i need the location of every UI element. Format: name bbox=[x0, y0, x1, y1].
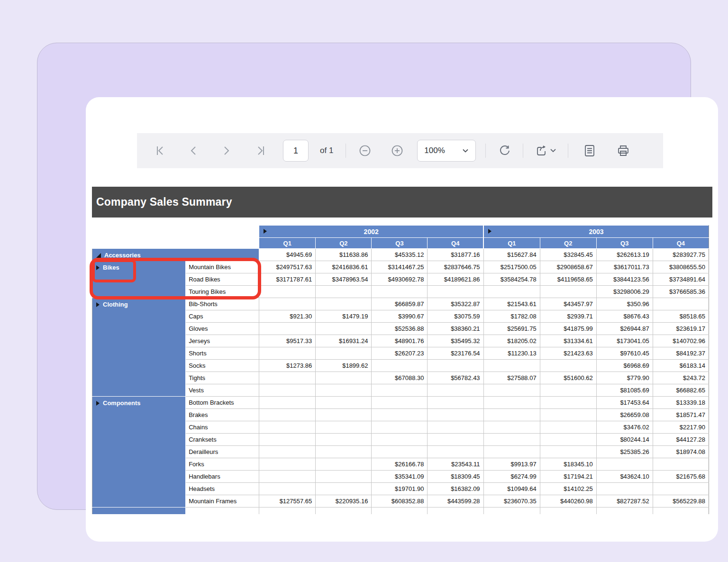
data-cell: $35322.87 bbox=[428, 298, 483, 310]
data-cell: $3766585.36 bbox=[653, 286, 709, 298]
collapse-icon[interactable] bbox=[96, 253, 101, 258]
next-page-icon bbox=[221, 145, 232, 157]
next-page-button[interactable] bbox=[221, 145, 232, 157]
data-cell: $283927.75 bbox=[653, 249, 709, 261]
data-cell: $3617011.73 bbox=[596, 261, 653, 273]
export-button[interactable] bbox=[536, 144, 557, 157]
year-expander-icon[interactable] bbox=[488, 229, 491, 234]
data-cell bbox=[428, 397, 483, 409]
data-cell: $3171787.61 bbox=[259, 273, 316, 286]
data-cell bbox=[483, 286, 540, 298]
zoom-in-button[interactable] bbox=[391, 144, 404, 157]
data-cell bbox=[483, 360, 540, 372]
expand-icon[interactable] bbox=[96, 265, 100, 270]
subcategory-cell: Tights bbox=[186, 372, 259, 384]
data-cell bbox=[259, 397, 316, 409]
data-cell: $97610.45 bbox=[596, 347, 653, 360]
document-map-button[interactable] bbox=[583, 144, 596, 157]
data-cell: $67088.30 bbox=[372, 372, 428, 384]
data-cell: $21543.61 bbox=[483, 298, 540, 310]
data-cell: $6968.69 bbox=[596, 360, 653, 372]
previous-page-button[interactable] bbox=[188, 145, 199, 157]
data-cell: $18571.47 bbox=[653, 409, 709, 421]
data-cell: $38360.21 bbox=[428, 323, 483, 335]
data-cell: $236070.35 bbox=[483, 495, 540, 508]
data-cell bbox=[483, 397, 540, 409]
quarter-header: Q1 bbox=[259, 238, 316, 249]
data-cell: $44127.28 bbox=[653, 434, 709, 446]
data-cell bbox=[428, 384, 483, 397]
year-expander-icon[interactable] bbox=[264, 229, 267, 234]
data-cell: $18309.45 bbox=[428, 471, 483, 483]
data-cell: $19701.90 bbox=[372, 483, 428, 495]
zoom-out-button[interactable] bbox=[358, 144, 372, 157]
category-row-header[interactable]: Accessories bbox=[92, 249, 259, 261]
data-cell bbox=[316, 483, 372, 495]
subcategory-cell: Gloves bbox=[186, 323, 259, 335]
data-cell: $21423.63 bbox=[540, 347, 596, 360]
category-row-header[interactable]: Components bbox=[92, 397, 186, 508]
data-cell: $443599.28 bbox=[428, 495, 483, 508]
category-row-header-content: Accessories bbox=[92, 249, 259, 259]
print-button[interactable] bbox=[617, 144, 630, 157]
chevron-down-icon bbox=[462, 148, 469, 153]
data-cell bbox=[540, 409, 596, 421]
data-cell: $173041.05 bbox=[596, 335, 653, 347]
page-number-input[interactable]: 1 bbox=[283, 140, 309, 162]
subcategory-cell: Cranksets bbox=[186, 434, 259, 446]
expand-icon[interactable] bbox=[96, 302, 100, 307]
data-cell: $8518.65 bbox=[653, 310, 709, 323]
quarter-header: Q2 bbox=[316, 238, 372, 249]
data-cell: $243.72 bbox=[653, 372, 709, 384]
data-cell: $23176.54 bbox=[428, 347, 483, 360]
data-cell: $48901.76 bbox=[372, 335, 428, 347]
data-cell: $2517500.05 bbox=[483, 261, 540, 273]
data-cell bbox=[428, 286, 483, 298]
data-cell bbox=[483, 421, 540, 434]
viewer-toolbar: 1 of 1 100% bbox=[137, 133, 663, 168]
sales-crosstab-table: 20022003Q1Q2Q3Q4Q1Q2Q3Q4Accessories$4945… bbox=[92, 225, 709, 514]
quarter-header: Q1 bbox=[483, 238, 540, 249]
data-cell bbox=[540, 384, 596, 397]
category-row-header-content: Bikes bbox=[92, 261, 185, 271]
subcategory-cell: Mountain Frames bbox=[186, 495, 259, 508]
data-cell bbox=[316, 421, 372, 434]
expand-icon[interactable] bbox=[96, 401, 100, 406]
data-cell: $26659.08 bbox=[596, 409, 653, 421]
data-cell bbox=[259, 384, 316, 397]
subcategory-cell: Chains bbox=[186, 421, 259, 434]
data-cell bbox=[259, 458, 316, 471]
data-cell: $35495.32 bbox=[428, 335, 483, 347]
data-cell bbox=[540, 286, 596, 298]
data-cell bbox=[259, 446, 316, 458]
data-cell bbox=[428, 434, 483, 446]
data-cell: $27588.07 bbox=[483, 372, 540, 384]
data-cell: $25385.26 bbox=[596, 446, 653, 458]
data-cell: $4189621.86 bbox=[428, 273, 483, 286]
data-cell bbox=[372, 286, 428, 298]
last-page-button[interactable] bbox=[255, 145, 267, 157]
year-header[interactable]: 2003 bbox=[483, 226, 709, 238]
data-cell: $3478963.54 bbox=[316, 273, 372, 286]
refresh-button[interactable] bbox=[498, 144, 511, 157]
subcategory-cell: Bib-Shorts bbox=[186, 298, 259, 310]
data-cell bbox=[316, 409, 372, 421]
data-cell: $18974.08 bbox=[653, 446, 709, 458]
data-cell: $2497517.63 bbox=[259, 261, 316, 273]
subcategory-cell: Touring Bikes bbox=[186, 286, 259, 298]
subcategory-cell: Forks bbox=[186, 458, 259, 471]
data-cell: $43457.97 bbox=[540, 298, 596, 310]
category-row-header[interactable]: Clothing bbox=[92, 298, 186, 397]
data-cell: $43624.10 bbox=[596, 471, 653, 483]
data-cell: $2908658.67 bbox=[540, 261, 596, 273]
data-cell bbox=[653, 298, 709, 310]
category-row-header[interactable]: Bikes bbox=[92, 261, 186, 298]
zoom-level-select[interactable]: 100% bbox=[417, 140, 476, 162]
first-page-button[interactable] bbox=[154, 145, 166, 157]
data-cell bbox=[316, 384, 372, 397]
toolbar-separator bbox=[346, 144, 346, 158]
year-header[interactable]: 2002 bbox=[259, 226, 483, 238]
data-cell: $18345.10 bbox=[540, 458, 596, 471]
data-cell bbox=[372, 434, 428, 446]
data-cell bbox=[259, 508, 316, 515]
